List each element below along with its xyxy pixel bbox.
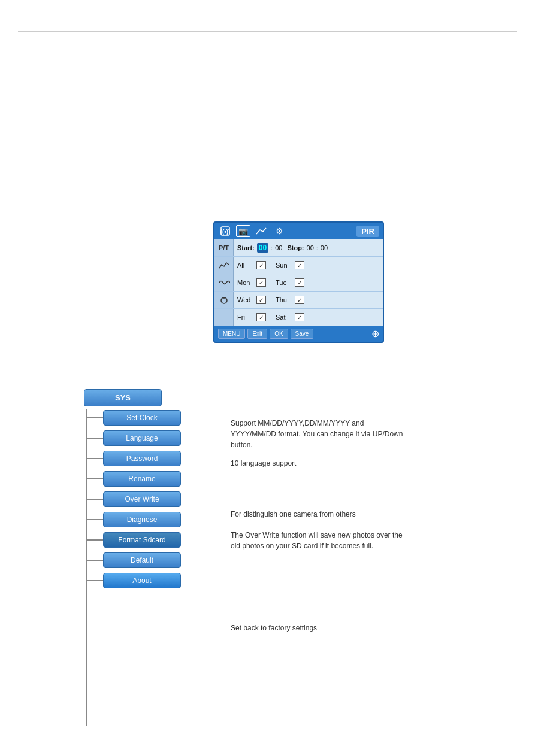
wed-thu-content: Wed ✓ Thu ✓ <box>234 294 383 306</box>
cam-mon-tue-row: Mon ✓ Tue ✓ <box>214 274 383 292</box>
colon2: : <box>316 244 318 251</box>
sys-item-password: Password <box>84 450 181 467</box>
format-btn[interactable]: Format Sdcard <box>103 532 181 548</box>
sun-checkbox[interactable]: ✓ <box>295 261 304 269</box>
connector-about <box>86 580 103 581</box>
overwrite-btn[interactable]: Over Write <box>103 491 181 507</box>
menu-btn[interactable]: MENU <box>218 329 245 339</box>
sys-item-about: About <box>84 572 181 590</box>
password-btn[interactable]: Password <box>103 451 181 466</box>
cam-fri-sat-row: Fri ✓ Sat ✓ <box>214 309 383 326</box>
mon-checkbox[interactable]: ✓ <box>256 278 266 287</box>
desc-setclock: Support MM/DD/YYYY,DD/MM/YYYY andYYYY/MM… <box>231 418 403 450</box>
thu-label: Thu <box>276 296 292 303</box>
exit-btn[interactable]: Exit <box>247 329 267 339</box>
mon-tue-content: Mon ✓ Tue ✓ <box>234 277 383 289</box>
sys-item-format: Format Sdcard <box>84 531 181 549</box>
setclock-btn[interactable]: Set Clock <box>103 410 181 426</box>
sys-title: SYS <box>84 389 162 406</box>
wed-label: Wed <box>237 296 254 303</box>
tue-checkbox[interactable]: ✓ <box>295 278 304 287</box>
desc-overwrite: The Over Write function will save new ph… <box>231 530 403 551</box>
gear-icon: ⚙ <box>272 225 286 237</box>
vertical-connector <box>86 409 87 726</box>
colon1: : <box>271 244 273 251</box>
fri-checkbox[interactable]: ✓ <box>256 313 266 321</box>
connector-overwrite <box>86 499 103 500</box>
all-label: All <box>237 262 254 269</box>
all-checkbox[interactable]: ✓ <box>256 261 266 269</box>
connector-password <box>86 458 103 459</box>
sys-item-setclock: Set Clock <box>84 409 181 427</box>
desc-default: Set back to factory settings <box>231 623 317 633</box>
start-hour: 00 <box>257 243 268 253</box>
stop-hour: 00 <box>307 244 314 251</box>
cam-wed-thu-row: Wed ✓ Thu ✓ <box>214 292 383 309</box>
cam-all-sun-row: All ✓ Sun ✓ <box>214 257 383 274</box>
thu-checkbox[interactable]: ✓ <box>295 296 304 304</box>
camera-screen: ((•)) 📷 ⚙ PIR P/T Start: 00 : 00 Stop: 0… <box>213 221 384 343</box>
wave-icon <box>214 274 234 291</box>
start-label: Start: <box>237 244 255 251</box>
sys-menu: SYS Set Clock Language Password Rename O… <box>84 389 181 590</box>
sat-label: Sat <box>276 314 292 321</box>
connector-diagnose <box>86 519 103 520</box>
cam-time-row: P/T Start: 00 : 00 Stop: 00 : 00 <box>214 239 383 257</box>
camera-icon: 📷 <box>236 225 250 237</box>
connector-setclock <box>86 417 103 418</box>
desc-rename: For distinguish one camera from others <box>231 509 356 520</box>
sys-item-language: Language <box>84 429 181 447</box>
connector-language <box>86 438 103 439</box>
all-sun-content: All ✓ Sun ✓ <box>234 259 383 271</box>
fri-sat-content: Fri ✓ Sat ✓ <box>234 311 383 323</box>
power-icon <box>214 292 234 308</box>
pir-label: PIR <box>356 226 379 237</box>
connector-default <box>86 560 103 561</box>
connector-format <box>86 539 103 541</box>
mon-label: Mon <box>237 279 254 286</box>
pt-icon: P/T <box>214 239 234 256</box>
stop-label: Stop: <box>287 244 304 251</box>
sys-item-diagnose: Diagnose <box>84 511 181 529</box>
ok-btn[interactable]: OK <box>270 329 288 339</box>
save-btn[interactable]: Save <box>291 329 314 339</box>
chart-icon <box>254 225 268 237</box>
connector-rename <box>86 478 103 479</box>
language-btn[interactable]: Language <box>103 430 181 446</box>
camera-bottom-bar: MENU Exit OK Save ⊕ <box>214 326 383 342</box>
top-divider <box>18 31 517 32</box>
sat-checkbox[interactable]: ✓ <box>295 313 304 321</box>
diagnose-btn[interactable]: Diagnose <box>103 512 181 527</box>
blank-icon <box>214 309 234 326</box>
wed-checkbox[interactable]: ✓ <box>256 296 266 304</box>
sys-item-rename: Rename <box>84 470 181 488</box>
camera-top-bar: ((•)) 📷 ⚙ PIR <box>214 223 383 239</box>
sun-label: Sun <box>276 262 292 269</box>
default-btn[interactable]: Default <box>103 552 181 568</box>
fri-label: Fri <box>237 314 254 321</box>
start-min: 00 <box>275 244 282 251</box>
camera-body: P/T Start: 00 : 00 Stop: 00 : 00 All ✓ S… <box>214 239 383 326</box>
nav-arrows-icon[interactable]: ⊕ <box>371 328 379 339</box>
wifi-icon: ((•)) <box>218 225 232 237</box>
desc-language: 10 language support <box>231 458 296 469</box>
cam-time-content: Start: 00 : 00 Stop: 00 : 00 <box>234 241 383 254</box>
rename-btn[interactable]: Rename <box>103 471 181 487</box>
svg-text:((•)): ((•)) <box>220 229 231 235</box>
about-btn[interactable]: About <box>103 573 181 588</box>
stop-min: 00 <box>321 244 328 251</box>
motion-icon <box>214 257 234 274</box>
sys-item-overwrite: Over Write <box>84 490 181 508</box>
tue-label: Tue <box>276 279 292 286</box>
sys-item-default: Default <box>84 551 181 569</box>
